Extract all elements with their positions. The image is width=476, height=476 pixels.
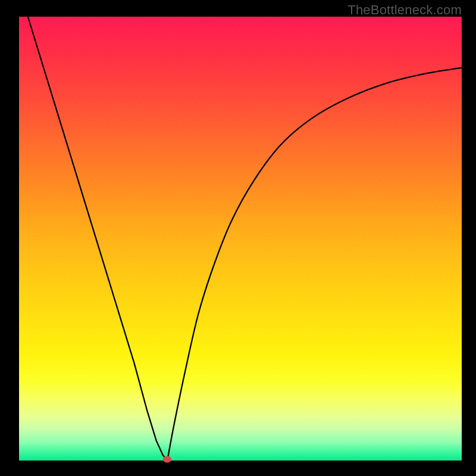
watermark-text: TheBottleneck.com <box>347 2 462 18</box>
chart-frame: TheBottleneck.com <box>0 0 476 476</box>
minimum-marker <box>163 456 171 462</box>
plot-area <box>19 17 462 461</box>
curve-left <box>28 17 167 461</box>
curve-right <box>167 68 462 461</box>
curve-svg <box>19 17 462 461</box>
